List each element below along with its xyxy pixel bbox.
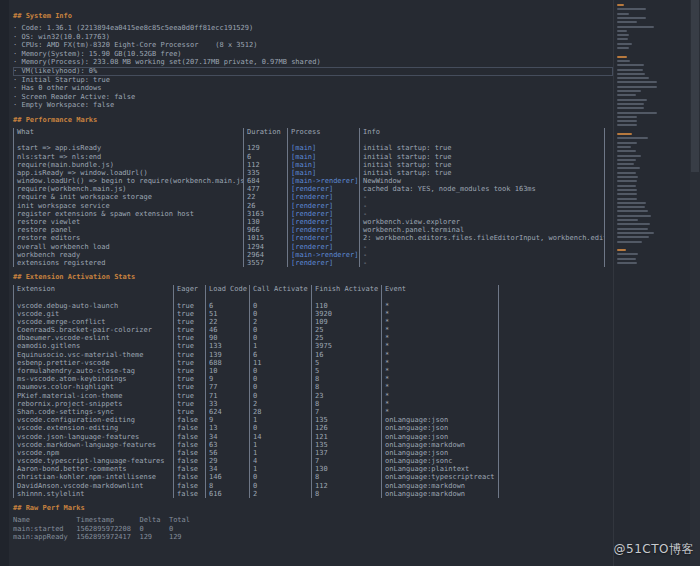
table-cell: 1294 [243,243,287,251]
minimap-line [617,180,637,182]
minimap-line [617,210,648,212]
table-cell: 8 [311,490,381,498]
table-cell: 7 [311,408,381,416]
table-cell: false [173,473,205,481]
table-cell: vscode.npm [13,449,173,457]
table-row: restore editors1015[renderer]2: workbenc… [13,234,613,242]
scrollbar-thumb[interactable] [691,0,699,172]
table-row: extensions registered3557[renderer]- [13,259,613,267]
table-cell: 0 [249,310,311,318]
table-cell: [renderer] [287,193,359,201]
table-cell: 51 [205,310,249,318]
minimap-line [617,193,637,195]
minimap-line [617,107,644,109]
table-cell [249,293,311,301]
vertical-scrollbar[interactable] [690,0,700,566]
minimap-line [617,228,648,230]
raw-perf-line: Name Timestamp Delta Total [13,516,613,525]
table-cell: onLanguage:markdown [381,482,499,490]
table-cell: false [173,441,205,449]
section-raw-perf-marks: ## Raw Perf Marks Name Timestamp Delta T… [13,504,613,542]
table-cell: [renderer] [287,202,359,210]
report-content: ## System Info · Code: 1.36.1 (2213894ea… [13,12,613,548]
table-cell: app.isReady => window.loadUrl() [13,169,243,177]
table-cell: 112 [311,482,381,490]
table-cell: 137 [311,449,381,457]
table-cell: ms-vscode.atom-keybindings [13,375,173,383]
table-cell: 34 [205,433,249,441]
table-row: vscode.json-language-featuresfalse341412… [13,433,613,441]
table-cell: 0 [249,367,311,375]
table-cell [173,293,205,301]
minimap-line [617,223,650,225]
table-cell: [renderer] [287,218,359,226]
table-cell: true [173,367,205,375]
table-cell: 0 [249,334,311,342]
system-info-item: · Code: 1.36.1 (2213894ea0415ee8c85c5eea… [13,24,613,33]
table-cell: Duration [243,128,287,136]
table-cell: initial startup: true [359,169,605,177]
minimap-line [617,215,651,217]
table-cell: true [173,310,205,318]
table-row: Equinusocio.vsc-material-themetrue139616… [13,351,613,359]
table-cell: 966 [243,226,287,234]
table-cell: 7 [311,457,381,465]
table-cell: true [173,375,205,383]
table-cell: 16 [311,351,381,359]
system-info-item: · Memory(Process): 233.08 MB working set… [13,58,613,67]
table-cell: require(main.bundle.js) [13,161,243,169]
table-cell: 5 [311,367,381,375]
table-cell: What [13,128,243,136]
minimap[interactable] [613,0,659,566]
table-cell: 9 [205,375,249,383]
performance-marks-header: ## Performance Marks [13,116,613,125]
table-cell: 6 [243,153,287,161]
table-cell: 13 [205,424,249,432]
table-cell: 616 [205,490,249,498]
table-cell: onLanguage:json [381,449,499,457]
table-cell: workbench ready [13,251,243,259]
minimap-line [617,258,636,260]
table-cell: 63 [205,441,249,449]
table-row: require & init workspace storage22[rende… [13,193,613,201]
table-cell: 11 [249,359,311,367]
table-cell: true [173,334,205,342]
table-cell: 0 [249,302,311,310]
minimap-line [617,103,644,105]
minimap-line [617,124,637,126]
table-cell: * [381,342,499,350]
table-cell: 6 [205,302,249,310]
table-cell: onLanguage:typescriptreact [381,473,499,481]
table-cell: Equinusocio.vsc-material-theme [13,351,173,359]
table-cell: 133 [205,342,249,350]
table-cell: onLanguage:json [381,433,499,441]
table-cell: CoenraadS.bracket-pair-colorizer [13,326,173,334]
minimap-line [617,172,636,174]
table-cell: [main] [287,161,359,169]
table-cell: false [173,490,205,498]
minimap-line [617,163,634,165]
table-cell: 0 [249,424,311,432]
minimap-line [617,241,642,243]
table-row: vscode.gittrue5103920* [13,310,613,318]
table-cell: extensions registered [13,259,243,267]
table-row: workbench ready2964[main->renderer]- [13,251,613,259]
minimap-line [617,69,643,71]
table-cell: 25 [311,334,381,342]
table-cell: initial startup: true [359,144,605,152]
table-cell: - [359,259,605,267]
table-row: CoenraadS.bracket-pair-colorizertrue4602… [13,326,613,334]
minimap-line [617,206,645,208]
table-cell: 1 [249,342,311,350]
table-cell: 126 [311,424,381,432]
extension-stats-table: ExtensionEagerLoad CodeCall ActivateFini… [13,285,613,498]
table-row: Shan.code-settings-synctrue624287* [13,408,613,416]
table-cell: * [381,400,499,408]
table-cell: NewWindow [359,177,605,185]
minimap-line [617,99,647,101]
raw-perf-line: main:appReady 1562895972417 129 129 [13,533,613,542]
table-cell: initial startup: true [359,161,605,169]
minimap-line [617,202,646,204]
table-cell: Extension [13,285,173,293]
minimap-line [617,236,649,238]
